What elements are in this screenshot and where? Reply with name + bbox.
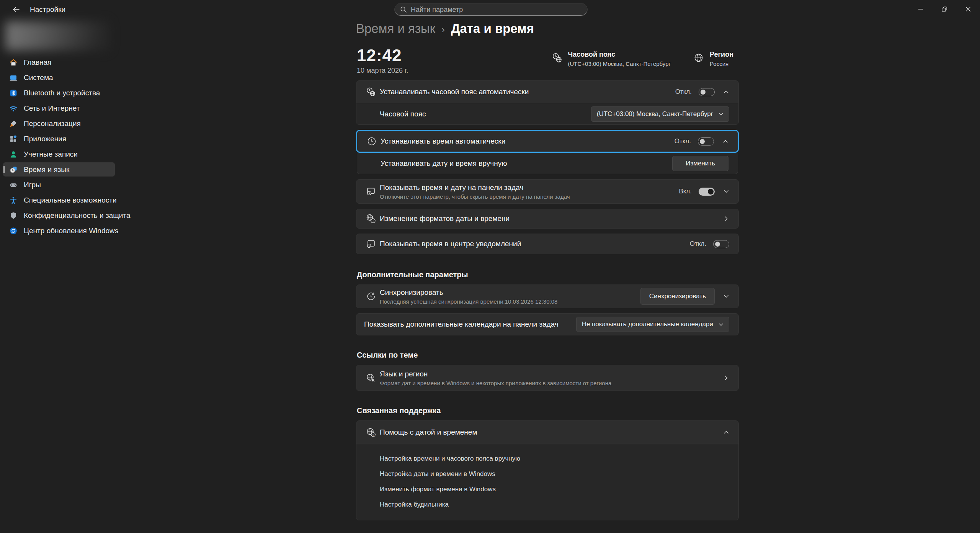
setting-description: Отключите этот параметр, чтобы скрыть вр… xyxy=(380,193,671,200)
timezone-select-row: Часовой пояс (UTC+03:00) Москва, Санкт-П… xyxy=(356,103,738,124)
auto-time-focus-border: Устанавливать время автоматически Откл. xyxy=(356,130,739,153)
restore-button[interactable] xyxy=(933,0,956,18)
formats-row[interactable]: Изменение форматов даты и времени xyxy=(356,209,738,228)
gaming-gamepad-icon xyxy=(9,181,18,189)
sidebar-item-accessibility[interactable]: Специальные возможности xyxy=(3,193,115,207)
sidebar-item-bluetooth[interactable]: Bluetooth и устройства xyxy=(3,86,115,100)
sidebar-item-label: Главная xyxy=(24,58,51,67)
settings-list: Устанавливать часовой пояс автоматически… xyxy=(356,80,739,533)
change-datetime-button[interactable]: Изменить xyxy=(672,156,728,171)
sidebar-item-privacy[interactable]: Конфиденциальность и защита xyxy=(3,208,115,222)
svg-text:?: ? xyxy=(372,433,374,437)
breadcrumb-parent[interactable]: Время и язык xyxy=(356,21,435,36)
header-timezone: Часовой пояс (UTC+03:00) Москва, Санкт-П… xyxy=(551,51,671,67)
notification-clock-icon xyxy=(366,239,376,249)
home-icon xyxy=(9,58,18,67)
sidebar-item-accounts[interactable]: Учетные записи xyxy=(3,147,115,161)
sidebar-item-windows-update[interactable]: Центр обновления Windows xyxy=(3,224,115,238)
setting-label: Язык и регион xyxy=(380,370,707,378)
setting-label: Синхронизировать xyxy=(380,288,633,297)
timezone-title: Часовой пояс xyxy=(568,51,671,59)
breadcrumb-separator-icon: › xyxy=(441,22,445,36)
close-button[interactable] xyxy=(956,0,980,18)
accessibility-icon xyxy=(9,196,18,204)
setting-label: Устанавливать время автоматически xyxy=(381,137,667,146)
globe-help-icon: ? xyxy=(366,427,376,438)
search-input[interactable] xyxy=(411,6,582,14)
sidebar-item-label: Приложения xyxy=(24,135,66,143)
sidebar-item-label: Персонализация xyxy=(24,119,81,128)
chevron-up-icon[interactable] xyxy=(722,138,728,144)
auto-time-row[interactable]: Устанавливать время автоматически Откл. xyxy=(357,131,738,152)
sidebar-item-label: Учетные записи xyxy=(24,150,78,159)
search-icon xyxy=(400,6,407,13)
sidebar-item-label: Сеть и Интернет xyxy=(24,104,80,113)
timezone-value: (UTC+03:00) Москва, Санкт-Петербург xyxy=(568,60,671,67)
setting-label: Изменение форматов даты и времени xyxy=(380,214,707,223)
language-region-row[interactable]: Язык и регион Формат дат и времени в Win… xyxy=(356,365,738,391)
current-time: 12:42 xyxy=(357,46,402,65)
sidebar-item-network[interactable]: Сеть и Интернет xyxy=(3,101,115,115)
setting-label: Помощь с датой и временем xyxy=(380,428,707,437)
window-title: Настройки xyxy=(30,5,65,14)
help-expander-row[interactable]: ? Помощь с датой и временем xyxy=(356,421,738,444)
sidebar-item-system[interactable]: Система xyxy=(3,70,115,85)
setting-label: Устанавливать часовой пояс автоматически xyxy=(380,88,668,96)
chevron-up-icon[interactable] xyxy=(723,429,729,435)
sidebar-item-gaming[interactable]: Игры xyxy=(3,178,115,192)
chevron-up-icon[interactable] xyxy=(723,89,729,95)
calendars-dropdown[interactable]: Не показывать дополнительные календари xyxy=(576,317,729,332)
help-link[interactable]: Изменить формат времени в Windows xyxy=(380,482,496,497)
toggle-state-label: Откл. xyxy=(675,137,691,145)
help-link[interactable]: Настройка даты и времени в Windows xyxy=(380,466,495,482)
setting-label: Показывать время в центре уведомлений xyxy=(380,240,682,248)
back-button[interactable] xyxy=(8,4,24,15)
card-sync: Синхронизировать Последняя успешная синх… xyxy=(356,284,739,308)
section-related-support: Связанная поддержка xyxy=(357,406,739,415)
help-link[interactable]: Настройка времени и часового пояса вручн… xyxy=(380,451,520,466)
chevron-down-icon[interactable] xyxy=(723,293,729,299)
taskbar-clock-row[interactable]: Показывать время и дату на панели задач … xyxy=(356,180,738,203)
chevron-down-icon[interactable] xyxy=(723,188,729,195)
arrow-left-icon xyxy=(12,6,20,13)
help-links: Настройка времени и часового пояса вручн… xyxy=(356,444,738,520)
auto-timezone-row[interactable]: Устанавливать часовой пояс автоматически… xyxy=(356,81,738,103)
breadcrumb: Время и язык › Дата и время xyxy=(356,21,534,36)
window-controls xyxy=(909,0,980,18)
taskbar-clock-icon xyxy=(366,186,376,197)
sync-row[interactable]: Синхронизировать Последняя успешная синх… xyxy=(356,285,738,308)
sidebar-item-label: Время и язык xyxy=(24,165,69,174)
sidebar-item-label: Конфиденциальность и защита xyxy=(24,211,130,220)
sidebar-nav: Главная Система Bluetooth и устройства С… xyxy=(3,55,115,239)
notification-clock-toggle[interactable] xyxy=(713,240,729,248)
card-language-region: Язык и регион Формат дат и времени в Win… xyxy=(356,365,739,391)
help-link[interactable]: Настройка будильника xyxy=(380,497,449,512)
minimize-button[interactable] xyxy=(909,0,933,18)
notification-clock-row[interactable]: Показывать время в центре уведомлений От… xyxy=(356,234,738,254)
card-auto-timezone: Устанавливать часовой пояс автоматически… xyxy=(356,80,739,125)
clock-globe-icon xyxy=(366,87,376,97)
manual-datetime-row: Устанавливать дату и время вручную Измен… xyxy=(357,153,738,174)
sidebar-item-apps[interactable]: Приложения xyxy=(3,132,115,146)
header-info: Часовой пояс (UTC+03:00) Москва, Санкт-П… xyxy=(551,51,733,67)
timezone-dropdown[interactable]: (UTC+03:00) Москва, Санкт-Петербург xyxy=(591,106,729,122)
taskbar-clock-toggle[interactable] xyxy=(699,188,715,196)
region-globe-icon xyxy=(693,52,704,64)
auto-timezone-toggle[interactable] xyxy=(699,88,715,96)
calendars-dropdown-value: Не показывать дополнительные календари xyxy=(582,320,713,328)
user-profile-blurred[interactable] xyxy=(5,21,109,51)
sidebar-item-personalization[interactable]: Персонализация xyxy=(3,116,115,131)
section-related-links: Ссылки по теме xyxy=(357,351,739,360)
sidebar-item-label: Система xyxy=(24,74,53,82)
search-box[interactable] xyxy=(394,3,588,16)
sidebar-item-label: Bluetooth и устройства xyxy=(24,89,100,97)
sidebar: Главная Система Bluetooth и устройства С… xyxy=(0,18,119,533)
sidebar-item-home[interactable]: Главная xyxy=(3,55,115,69)
card-help: ? Помощь с датой и временем Настройка вр… xyxy=(356,420,739,520)
globe-language-icon xyxy=(366,373,376,383)
sync-now-button[interactable]: Синхронизировать xyxy=(640,288,715,305)
auto-time-toggle[interactable] xyxy=(698,137,714,146)
region-title: Регион xyxy=(710,51,733,59)
sidebar-item-time-language[interactable]: Время и язык xyxy=(3,162,115,177)
timezone-dropdown-value: (UTC+03:00) Москва, Санкт-Петербург xyxy=(597,110,713,118)
